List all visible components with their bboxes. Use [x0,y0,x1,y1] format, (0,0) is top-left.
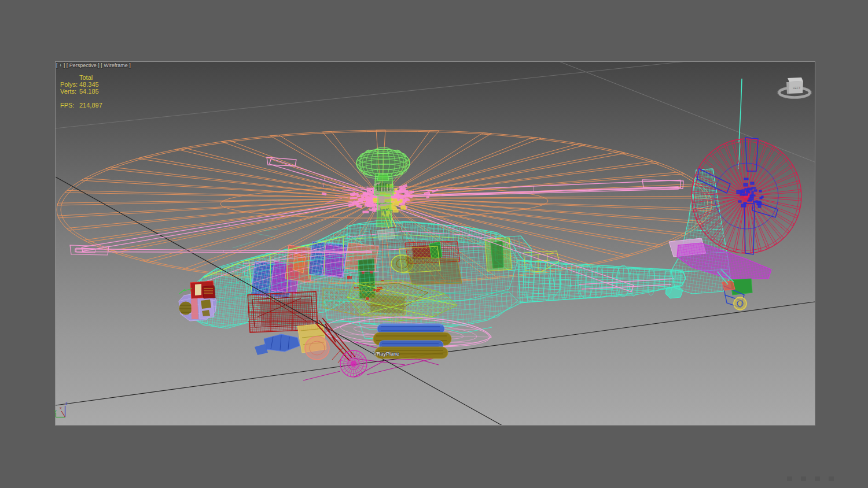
svg-text:214,897: 214,897 [79,102,102,109]
svg-text:FPS:: FPS: [60,102,74,109]
svg-text:x: x [60,406,62,410]
svg-text:[ + ] [ Perspective ] [ Wirefr: [ + ] [ Perspective ] [ Wireframe ] [56,62,131,68]
svg-text:LEFT: LEFT [793,86,801,90]
svg-text:Verts:: Verts: [60,88,76,95]
svg-text:y: y [54,409,57,413]
svg-text:VRayPlane: VRayPlane [373,351,399,357]
svg-text:Polys:: Polys: [60,81,78,88]
svg-text:54.185: 54.185 [79,88,99,95]
svg-text:Total: Total [79,74,93,81]
svg-text:48.345: 48.345 [79,81,99,88]
svg-text:z: z [65,401,68,405]
